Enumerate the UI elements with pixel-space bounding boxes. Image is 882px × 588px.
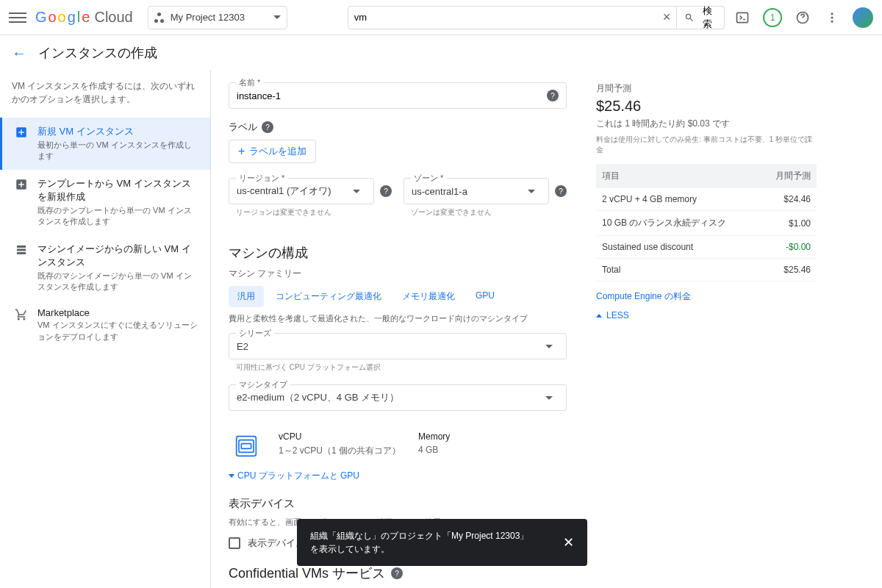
search-button[interactable]: 検索 — [677, 6, 725, 29]
sidebar-intro: VM インスタンスを作成するには、次のいずれかのオプションを選択します。 — [0, 79, 210, 118]
table-row: Sustained use discount-$0.00 — [596, 236, 817, 259]
cloud-shell-icon[interactable] — [734, 9, 751, 26]
toast: 組織「組織なし」のプロジェクト「My Project 12303」を表示していま… — [297, 519, 587, 566]
tab-memory[interactable]: メモリ最適化 — [393, 286, 464, 307]
help-icon[interactable]: ? — [380, 185, 392, 197]
zone-field: ゾーン * us-central1-a ? ゾーンは変更できません — [404, 178, 567, 218]
sidebar-item-from-template[interactable]: テンプレートから VM インスタンスを新規作成 既存のテンプレートから単一の V… — [0, 170, 210, 235]
svg-point-2 — [831, 12, 833, 15]
series-select[interactable]: E2 — [229, 333, 567, 359]
display-device-checkbox[interactable] — [229, 537, 240, 549]
chevron-up-icon — [596, 314, 602, 318]
sidebar-item-from-image[interactable]: マシンイメージからの新しい VM インスタンス 既存のマシンイメージから単一の … — [0, 235, 210, 301]
series-field: シリーズ E2 可用性に基づく CPU プラットフォーム選択 — [229, 333, 567, 373]
table-row: 10 GB のバランス永続ディスク$1.00 — [596, 211, 817, 236]
search-box: × — [348, 6, 677, 29]
close-icon[interactable]: ✕ — [563, 533, 574, 553]
project-picker[interactable]: My Project 12303 — [148, 6, 287, 29]
machine-summary: vCPU 1～2 vCPU（1 個の共有コア） Memory 4 GB — [229, 423, 567, 470]
back-arrow-icon[interactable]: ← — [12, 45, 26, 62]
layout: VM インスタンスを作成するには、次のいずれかのオプションを選択します。 新規 … — [0, 71, 882, 588]
add-label-button[interactable]: + ラベルを追加 — [229, 140, 316, 163]
chevron-down-icon — [528, 190, 535, 193]
top-bar: Google Cloud My Project 12303 × 検索 1 — [0, 0, 882, 35]
help-icon[interactable]: ? — [262, 121, 273, 133]
notifications-badge[interactable]: 1 — [763, 8, 782, 27]
more-icon[interactable] — [823, 9, 841, 26]
sidebar-item-marketplace[interactable]: Marketplace VM インスタンスにすぐに使えるソリューションをデプロイ… — [0, 300, 210, 350]
tab-gpu[interactable]: GPU — [467, 286, 503, 307]
name-input[interactable] — [237, 90, 547, 101]
table-row: 2 vCPU + 4 GB memory$24.46 — [596, 188, 817, 211]
confidential-title: Confidential VMs サービス ? — [229, 564, 567, 582]
cpu-chip-icon — [232, 431, 261, 461]
topbar-right: 1 — [734, 7, 873, 28]
marketplace-icon — [14, 307, 29, 322]
template-icon — [14, 177, 29, 192]
chevron-down-icon — [229, 474, 234, 478]
chevron-down-icon — [545, 396, 553, 400]
machine-config-title: マシンの構成 — [229, 244, 567, 262]
project-icon — [154, 12, 165, 23]
chevron-down-icon — [545, 345, 553, 348]
chevron-down-icon — [353, 190, 360, 193]
machine-family-tabs: 汎用 コンピューティング最適化 メモリ最適化 GPU — [229, 286, 567, 307]
table-row: Total$25.46 — [596, 259, 817, 282]
sidebar: VM インスタンスを作成するには、次のいずれかのオプションを選択します。 新規 … — [0, 71, 211, 588]
help-icon[interactable] — [794, 9, 811, 26]
tab-compute[interactable]: コンピューティング最適化 — [267, 286, 390, 307]
pricing-link[interactable]: Compute Engine の料金 — [596, 290, 817, 303]
page-title: インスタンスの作成 — [38, 44, 157, 62]
svg-point-3 — [831, 16, 833, 18]
machine-image-icon — [14, 243, 29, 257]
sidebar-item-new-vm[interactable]: 新規 VM インスタンス 最初から単一の VM インスタンスを作成します — [0, 118, 210, 170]
cost-panel: 月間予測 $25.46 これは 1 時間あたり約 $0.03 です 料金は使用分… — [596, 82, 817, 588]
plus-box-icon — [14, 125, 29, 140]
toast-text: 組織「組織なし」のプロジェクト「My Project 12303」を表示していま… — [310, 529, 534, 556]
project-name: My Project 12303 — [171, 12, 245, 23]
collapse-less[interactable]: LESS — [596, 310, 817, 320]
svg-point-4 — [831, 20, 833, 22]
help-icon[interactable]: ? — [391, 567, 403, 579]
clear-icon[interactable]: × — [663, 10, 671, 25]
cost-price: $25.46 — [596, 98, 817, 115]
name-field: 名前 * ? — [229, 82, 567, 109]
avatar[interactable] — [853, 7, 873, 28]
chevron-down-icon — [273, 15, 281, 19]
cost-table: 項目 月間予測 2 vCPU + 4 GB memory$24.46 10 GB… — [596, 164, 817, 282]
main: 名前 * ? ラベル ? + ラベルを追加 リージョン * — [211, 71, 882, 588]
page-header: ← インスタンスの作成 — [0, 35, 882, 71]
form-column: 名前 * ? ラベル ? + ラベルを追加 リージョン * — [229, 82, 567, 588]
cpu-platform-expand[interactable]: CPU プラットフォームと GPU — [229, 470, 567, 482]
tab-general[interactable]: 汎用 — [229, 286, 264, 307]
search-wrap: × 検索 — [348, 6, 725, 29]
help-icon[interactable]: ? — [547, 90, 559, 101]
search-input[interactable] — [354, 12, 663, 23]
gcp-logo[interactable]: Google Cloud — [35, 9, 133, 26]
plus-icon: + — [238, 145, 245, 158]
display-device-title: 表示デバイス — [229, 497, 567, 511]
help-icon[interactable]: ? — [555, 185, 567, 197]
machine-type-field: マシンタイプ e2-medium（2 vCPU、4 GB メモリ） — [229, 384, 567, 411]
menu-icon[interactable] — [9, 9, 26, 26]
labels-header: ラベル ? — [229, 121, 567, 134]
search-icon — [684, 12, 695, 23]
svg-rect-7 — [241, 444, 251, 449]
region-field: リージョン * us-central1 (アイオワ) ? リージョンは変更できま… — [229, 178, 392, 218]
